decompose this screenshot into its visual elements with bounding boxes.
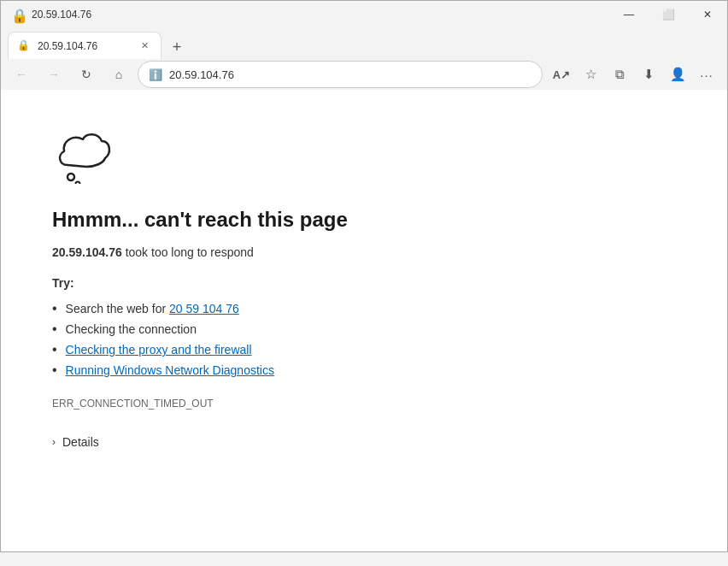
details-label: Details [62, 435, 99, 449]
cloud-svg [52, 124, 120, 184]
cloud-icon [52, 124, 120, 187]
window-title-left: 🔒 20.59.104.76 [1, 8, 91, 21]
back-button[interactable]: ← [8, 61, 35, 88]
favorites-icon: ☆ [585, 67, 596, 82]
toolbar-icons: A↗ ☆ ⧉ ⬇ 👤 ··· [548, 61, 720, 88]
profile-button[interactable]: 👤 [664, 61, 691, 88]
address-bar[interactable]: ℹ️ 20.59.104.76 [138, 61, 543, 88]
forward-icon: → [48, 68, 60, 81]
active-tab[interactable]: 🔒 20.59.104.76 ✕ [8, 32, 161, 59]
new-tab-button[interactable]: + [165, 35, 189, 59]
list-item: • Checking the connection [52, 319, 676, 339]
home-button[interactable]: ⌂ [105, 61, 132, 88]
bullet-icon: • [52, 322, 57, 336]
window-controls: — ⬜ ✕ [609, 1, 727, 28]
read-aloud-button[interactable]: A↗ [548, 61, 575, 88]
address-text: 20.59.104.76 [169, 68, 531, 81]
bullet-icon: • [52, 363, 57, 377]
close-button[interactable]: ✕ [688, 1, 727, 28]
tab-close-button[interactable]: ✕ [137, 38, 152, 54]
more-icon: ··· [700, 68, 713, 82]
collections-button[interactable]: ⧉ [606, 61, 633, 88]
window-title-bar: 🔒 20.59.104.76 — ⬜ ✕ [1, 1, 727, 28]
chevron-down-icon: › [52, 436, 56, 448]
restore-button[interactable]: ⬜ [649, 1, 688, 28]
suggestion-text-2: Checking the connection [66, 322, 197, 336]
error-subtitle-rest: took too long to respond [122, 245, 254, 259]
suggestions-list: • Search the web for 20 59 104 76 • Chec… [52, 298, 676, 380]
bullet-icon: • [52, 343, 57, 357]
error-url-bold: 20.59.104.76 [52, 245, 122, 259]
try-label: Try: [52, 276, 676, 290]
list-item: • Search the web for 20 59 104 76 [52, 298, 676, 319]
list-item: • Checking the proxy and the firewall [52, 339, 676, 360]
error-icon-area [52, 124, 676, 187]
address-lock-icon: ℹ️ [149, 68, 162, 81]
bullet-icon: • [52, 302, 57, 315]
refresh-button[interactable]: ↻ [73, 61, 100, 88]
error-heading: Hmmm... can't reach this page [52, 208, 676, 232]
read-aloud-icon: A↗ [553, 68, 570, 81]
window-title-text: 20.59.104.76 [32, 9, 91, 21]
suggestion-text-1: Search the web for 20 59 104 76 [66, 302, 239, 315]
more-button[interactable]: ··· [693, 61, 720, 88]
svg-point-1 [76, 182, 80, 185]
error-code: ERR_CONNECTION_TIMED_OUT [52, 398, 676, 410]
details-row[interactable]: › Details [52, 435, 676, 449]
svg-point-0 [68, 174, 74, 180]
forward-button[interactable]: → [40, 61, 68, 88]
error-subtitle: 20.59.104.76 took too long to respond [52, 245, 676, 259]
tab-title-text: 20.59.104.76 [38, 40, 130, 52]
window-favicon-icon: 🔒 [11, 8, 25, 21]
search-link[interactable]: 20 59 104 76 [169, 302, 239, 315]
download-icon: ⬇ [643, 67, 655, 82]
navigation-bar: ← → ↻ ⌂ ℹ️ 20.59.104.76 A↗ ☆ ⧉ ⬇ [1, 59, 727, 90]
tab-favicon-icon: 🔒 [17, 39, 31, 53]
page-content: Hmmm... can't reach this page 20.59.104.… [1, 90, 727, 551]
proxy-firewall-link[interactable]: Checking the proxy and the firewall [66, 343, 252, 357]
browser-window: 🔒 20.59.104.76 — ⬜ ✕ 🔒 20.59.104.76 ✕ + … [0, 0, 728, 552]
list-item: • Running Windows Network Diagnostics [52, 360, 676, 380]
download-button[interactable]: ⬇ [635, 61, 662, 88]
collections-icon: ⧉ [615, 67, 625, 82]
favorites-button[interactable]: ☆ [577, 61, 604, 88]
network-diagnostics-link[interactable]: Running Windows Network Diagnostics [66, 363, 274, 377]
refresh-icon: ↻ [81, 68, 91, 81]
home-icon: ⌂ [115, 68, 122, 81]
profile-icon: 👤 [670, 67, 686, 82]
tab-bar: 🔒 20.59.104.76 ✕ + [1, 28, 727, 59]
minimize-button[interactable]: — [609, 1, 649, 28]
back-icon: ← [15, 68, 27, 81]
